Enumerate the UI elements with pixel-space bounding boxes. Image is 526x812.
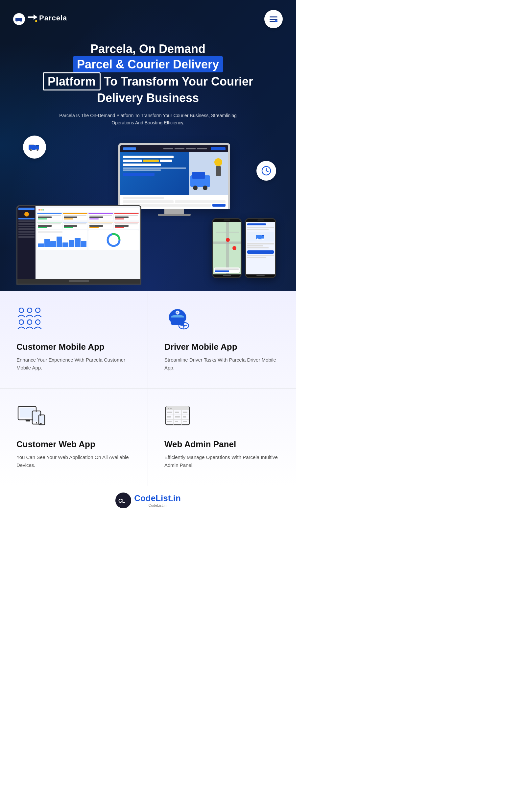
svg-text:P: P: [177, 311, 179, 315]
svg-point-49: [35, 320, 40, 324]
svg-point-45: [27, 308, 32, 313]
feature-title-customer-web: Customer Web App: [16, 439, 131, 449]
feature-desc-customer-mobile: Enhance Your Experience With Parcela Cus…: [16, 356, 131, 372]
svg-marker-41: [262, 235, 264, 236]
svg-rect-10: [270, 19, 277, 20]
codelist-domain: .in: [171, 493, 180, 503]
svg-rect-39: [256, 235, 262, 239]
svg-rect-13: [29, 145, 36, 150]
feature-desc-driver-mobile: Streamline Driver Tasks With Parcela Dri…: [164, 356, 280, 372]
svg-point-46: [35, 308, 40, 313]
feature-desc-customer-web: You Can See Your Web Application On All …: [16, 453, 131, 469]
svg-point-47: [19, 320, 24, 324]
codelist-brand-name: CodeList: [134, 493, 171, 503]
svg-point-30: [203, 186, 208, 190]
feature-desc-admin-panel: Efficiently Manage Operations With Parce…: [164, 453, 280, 469]
svg-point-22: [266, 170, 267, 171]
desktop-website-mockup: [118, 143, 230, 216]
web-admin-panel-icon-area: [164, 405, 280, 429]
svg-text:CL: CL: [118, 498, 125, 504]
float-clock-icon: [256, 161, 276, 180]
svg-point-38: [232, 246, 236, 250]
svg-point-62: [36, 422, 37, 423]
features-grid: Customer Mobile App Enhance Your Experie…: [0, 291, 296, 485]
svg-point-44: [19, 308, 24, 313]
svg-point-25: [110, 236, 117, 244]
devices-area: [13, 140, 283, 285]
feature-title-admin-panel: Web Admin Panel: [164, 439, 280, 449]
svg-rect-18: [29, 144, 34, 144]
hero-heading: Parcela, On Demand Parcel & Courier Deli…: [20, 42, 276, 105]
svg-point-4: [20, 21, 22, 22]
svg-marker-6: [33, 14, 37, 20]
highlight-platform: Platform: [43, 72, 101, 90]
phone-mockups: [212, 218, 276, 278]
svg-rect-78: [167, 416, 171, 418]
feature-customer-mobile-app: Customer Mobile App Enhance Your Experie…: [0, 291, 148, 389]
logo-label: Parcela: [28, 13, 70, 26]
svg-rect-77: [183, 411, 187, 413]
svg-point-48: [27, 320, 32, 324]
features-section: Customer Mobile App Enhance Your Experie…: [0, 291, 296, 485]
driver-mobile-app-icon-area: P: [164, 308, 280, 332]
customer-mobile-app-icon-area: [16, 308, 131, 332]
driver-icon: P: [164, 308, 191, 331]
svg-rect-35: [226, 222, 229, 274]
svg-rect-81: [167, 421, 171, 422]
svg-point-55: [183, 325, 185, 327]
people-group-icon: [16, 308, 46, 331]
svg-rect-11: [270, 21, 275, 22]
svg-point-37: [226, 238, 230, 242]
svg-text:Parcela: Parcela: [39, 14, 67, 22]
svg-point-17: [36, 149, 39, 151]
hero-section: Parcela Parcela, On Demand Parcel & Cour…: [0, 0, 296, 291]
customer-web-app-icon-area: [16, 405, 131, 429]
logo-icon: [13, 13, 25, 25]
phone-1-mockup: [212, 218, 242, 278]
svg-rect-83: [183, 421, 187, 422]
laptop-mockup: [16, 205, 141, 285]
svg-rect-68: [166, 408, 189, 410]
svg-point-7: [35, 20, 37, 22]
svg-rect-59: [26, 420, 30, 421]
svg-rect-0: [15, 18, 20, 21]
phone-2-mockup: [245, 218, 276, 278]
nav-menu-icon[interactable]: [264, 10, 283, 28]
svg-point-29: [193, 186, 198, 190]
svg-point-73: [168, 408, 169, 409]
svg-rect-76: [175, 411, 179, 413]
highlight-parcel-courier: Parcel & Courier Delivery: [73, 56, 223, 72]
feature-title-customer-mobile: Customer Mobile App: [16, 342, 131, 352]
admin-panel-icon: [164, 405, 191, 428]
svg-point-65: [42, 423, 42, 424]
svg-point-31: [214, 158, 222, 166]
svg-rect-80: [183, 416, 186, 418]
codelist-icon: CL: [115, 492, 132, 509]
logo[interactable]: Parcela: [13, 13, 70, 26]
svg-point-16: [30, 149, 32, 151]
feature-customer-web-app: Customer Web App You Can See Your Web Ap…: [0, 389, 148, 485]
svg-rect-28: [192, 172, 205, 179]
codelist-tagline: CodeList.in: [134, 503, 181, 507]
svg-rect-79: [175, 416, 180, 418]
feature-title-driver-mobile: Driver Mobile App: [164, 342, 280, 352]
svg-rect-32: [216, 166, 221, 176]
svg-rect-64: [40, 416, 44, 423]
svg-point-3: [16, 21, 17, 22]
codelist-logo: CL CodeList.in CodeList.in: [115, 492, 181, 509]
hero-subheading: Parcela Is The On-Demand Platform To Tra…: [59, 112, 237, 127]
devices-icon: [16, 405, 46, 428]
svg-point-74: [170, 408, 171, 409]
svg-marker-15: [36, 145, 39, 146]
footer-watermark: CL CodeList.in CodeList.in: [0, 485, 296, 515]
feature-web-admin-panel: Web Admin Panel Efficiently Manage Opera…: [148, 389, 296, 485]
svg-rect-12: [275, 20, 277, 22]
svg-rect-82: [175, 421, 178, 422]
float-delivery-icon: [23, 135, 46, 159]
svg-rect-9: [270, 16, 277, 17]
svg-marker-2: [20, 18, 22, 19]
feature-driver-mobile-app: P Driver Mobile App Streamline Driver Ta…: [148, 291, 296, 389]
svg-rect-75: [167, 411, 172, 413]
navbar: Parcela: [13, 10, 283, 28]
svg-rect-36: [216, 232, 239, 233]
